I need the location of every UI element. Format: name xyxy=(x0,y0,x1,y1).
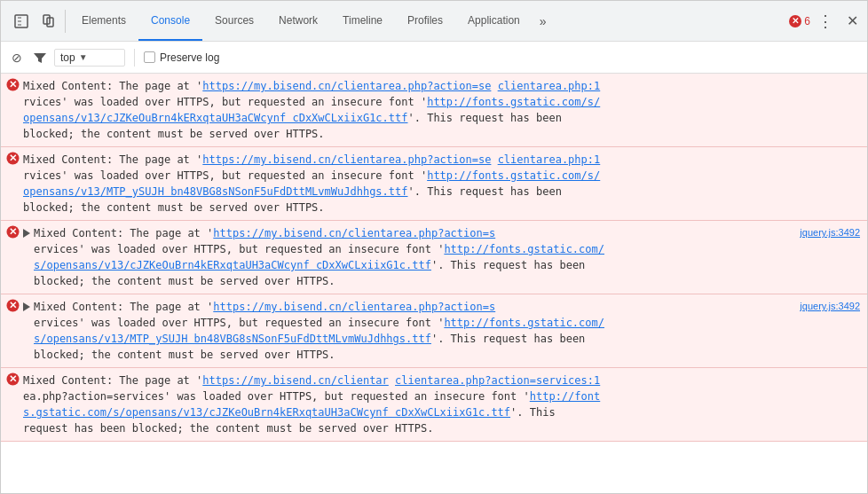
error-icon: ✕ xyxy=(6,372,20,388)
svg-text:✕: ✕ xyxy=(9,153,17,163)
message-link[interactable]: http://fonts.gstatic.com/s/opensans/v13/… xyxy=(34,243,604,271)
error-badge: ✕ 6 xyxy=(789,15,810,27)
message-icon-container: ✕ xyxy=(6,152,20,167)
message-icon-container: ✕ xyxy=(6,78,20,93)
separator xyxy=(134,49,135,67)
message-row: ✕Mixed Content: The page at 'https://my.… xyxy=(1,294,867,368)
error-icon: ✕ xyxy=(6,225,20,240)
tab-console[interactable]: Console xyxy=(138,1,202,41)
block-icon[interactable]: ⊘ xyxy=(8,49,26,67)
more-tabs-button[interactable]: » xyxy=(533,1,554,41)
message-text: Mixed Content: The page at 'https://my.b… xyxy=(23,78,860,142)
toolbar-icons xyxy=(4,10,66,33)
svg-text:✕: ✕ xyxy=(9,300,17,310)
device-mode-icon[interactable] xyxy=(36,10,59,33)
error-circle: ✕ xyxy=(789,15,801,27)
message-source-link[interactable]: jquery.js:3492 xyxy=(800,299,860,311)
expand-triangle-icon[interactable] xyxy=(23,229,30,238)
message-text: Mixed Content: The page at 'https://my.b… xyxy=(23,372,860,436)
svg-marker-3 xyxy=(34,53,46,63)
tab-timeline[interactable]: Timeline xyxy=(330,1,395,41)
message-row: ✕Mixed Content: The page at 'https://my.… xyxy=(1,74,867,147)
expand-triangle-icon[interactable] xyxy=(23,302,30,311)
error-icon: ✕ xyxy=(6,78,20,93)
tab-sources[interactable]: Sources xyxy=(202,1,266,41)
close-devtools-button[interactable]: ✕ xyxy=(840,10,864,33)
select-arrow-icon: ▼ xyxy=(79,52,88,62)
message-link[interactable]: https://my.bisend.cn/clientarea.php?acti… xyxy=(213,301,495,313)
svg-text:✕: ✕ xyxy=(9,226,17,237)
error-icon: ✕ xyxy=(6,299,20,314)
error-icon: ✕ xyxy=(6,152,20,167)
tab-application[interactable]: Application xyxy=(455,1,533,41)
message-link[interactable]: https://my.bisend.cn/clientarea.php?acti… xyxy=(213,227,495,239)
message-link[interactable]: http://fonts.gstatic.com/s/opensans/v13/… xyxy=(34,317,604,345)
preserve-log-checkbox-label[interactable]: Preserve log xyxy=(144,51,219,64)
message-link[interactable]: https://my.bisend.cn/clientar xyxy=(202,374,389,387)
preserve-log-checkbox[interactable] xyxy=(144,51,155,63)
console-messages: ✕Mixed Content: The page at 'https://my.… xyxy=(1,74,867,494)
message-row: ✕Mixed Content: The page at 'https://my.… xyxy=(1,368,867,442)
message-text: Mixed Content: The page at 'https://my.b… xyxy=(34,299,793,363)
message-text: Mixed Content: The page at 'https://my.b… xyxy=(34,225,793,289)
tab-elements[interactable]: Elements xyxy=(69,1,138,41)
tab-network[interactable]: Network xyxy=(266,1,330,41)
filter-icon[interactable] xyxy=(31,49,49,67)
message-icon-container: ✕ xyxy=(6,299,20,314)
context-select[interactable]: top ▼ xyxy=(54,49,125,67)
devtools-window: Elements Console Sources Network Timelin… xyxy=(1,1,867,494)
console-bar: ⊘ top ▼ Preserve log xyxy=(1,42,867,74)
svg-text:✕: ✕ xyxy=(9,79,17,90)
devtools-menu-button[interactable]: ⋮ xyxy=(814,10,837,33)
error-count: 6 xyxy=(804,15,810,27)
message-icon-container: ✕ xyxy=(6,225,20,240)
tab-profiles[interactable]: Profiles xyxy=(395,1,455,41)
message-source-link[interactable]: jquery.js:3492 xyxy=(800,225,860,238)
message-link[interactable]: http://fonts.gstatic.com/s/opensans/v13/… xyxy=(23,390,600,419)
message-row: ✕Mixed Content: The page at 'https://my.… xyxy=(1,147,867,221)
cursor-icon[interactable] xyxy=(10,10,33,33)
toolbar-right: ✕ 6 ⋮ ✕ xyxy=(789,10,864,33)
message-row: ✕Mixed Content: The page at 'https://my.… xyxy=(1,221,867,294)
svg-text:✕: ✕ xyxy=(9,373,17,384)
message-link[interactable]: clientarea.php:1 xyxy=(498,153,601,166)
message-link[interactable]: http://fonts.gstatic.com/s/opensans/v13/… xyxy=(23,96,600,124)
toolbar: Elements Console Sources Network Timelin… xyxy=(1,1,867,42)
message-link[interactable]: https://my.bisend.cn/clientarea.php?acti… xyxy=(202,80,491,92)
message-link[interactable]: clientarea.php?action=services:1 xyxy=(395,374,600,387)
message-text: Mixed Content: The page at 'https://my.b… xyxy=(23,152,860,216)
preserve-log-label: Preserve log xyxy=(160,51,219,64)
message-link[interactable]: https://my.bisend.cn/clientarea.php?acti… xyxy=(202,153,491,166)
nav-tabs: Elements Console Sources Network Timelin… xyxy=(69,1,554,41)
message-link[interactable]: http://fonts.gstatic.com/s/opensans/v13/… xyxy=(23,169,600,198)
message-icon-container: ✕ xyxy=(6,372,20,388)
message-link[interactable]: clientarea.php:1 xyxy=(498,80,601,92)
